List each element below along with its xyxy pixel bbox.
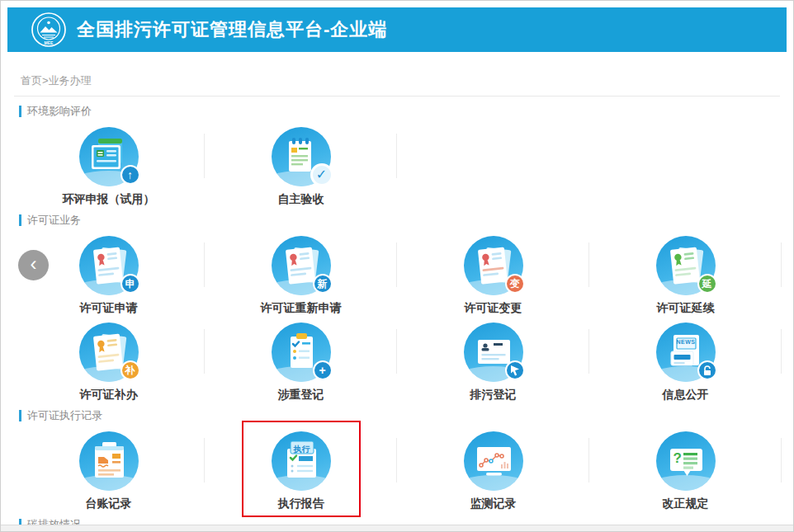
monitor-chart-art bbox=[464, 431, 523, 491]
section-title-carbon: 碳排放情况 bbox=[19, 518, 775, 525]
section-title-eia: 环境影响评价 bbox=[19, 105, 775, 118]
chevron-left-icon[interactable]: ‹ bbox=[18, 250, 49, 280]
grid-item-discharge-register[interactable]: 排污登记 bbox=[397, 322, 589, 401]
grid-exec-records: 台账记录 bbox=[12, 431, 782, 510]
notepad-check-icon: ✓ bbox=[272, 127, 331, 186]
unlock-badge-icon bbox=[697, 360, 717, 380]
exec-report-art bbox=[272, 431, 331, 491]
id-card-pointer-icon bbox=[464, 322, 523, 382]
item-label: 台账记录 bbox=[86, 497, 132, 510]
section-bar bbox=[19, 106, 21, 117]
grid-item-permit-reapply[interactable]: 新 许可证重新申请 bbox=[205, 236, 397, 314]
grid-item-monitoring-records[interactable]: 监测记录 bbox=[397, 431, 589, 510]
upload-badge-icon: ↑ bbox=[121, 165, 140, 185]
section-title-permit: 许可证业务 bbox=[19, 214, 775, 227]
check-badge-icon: ✓ bbox=[310, 163, 333, 186]
docs-upload-icon: ↑ bbox=[79, 127, 139, 186]
grid-item-ledger-records[interactable]: 台账记录 bbox=[12, 431, 205, 510]
logo-text: MEE bbox=[45, 40, 54, 45]
change-badge: 变 bbox=[505, 274, 525, 294]
section-bar bbox=[19, 519, 21, 525]
section-title-exec-records: 许可证执行记录 bbox=[19, 409, 775, 422]
replace-badge: 补 bbox=[121, 360, 140, 380]
item-label: 涉重登记 bbox=[278, 388, 324, 401]
grid-item-self-acceptance[interactable]: ✓ 自主验收 bbox=[205, 127, 397, 205]
grid-item-eia-declare[interactable]: ↑ 环评申报（试用） bbox=[12, 127, 205, 205]
item-label: 环评申报（试用） bbox=[63, 192, 155, 205]
reapply-badge: 新 bbox=[313, 274, 333, 294]
news-unlock-icon: NEWS bbox=[656, 322, 716, 382]
section-title-label: 碳排放情况 bbox=[27, 517, 81, 525]
item-label: 排污登记 bbox=[470, 388, 517, 401]
section-bar bbox=[19, 410, 21, 421]
clipboard-plus-icon: + bbox=[272, 322, 331, 382]
item-label: 许可证申请 bbox=[80, 301, 138, 314]
app-header: MEE 全国排污许可证管理信息平台-企业端 bbox=[7, 7, 787, 52]
section-bar bbox=[19, 214, 21, 226]
plus-badge-icon: + bbox=[313, 360, 333, 380]
app-window: MEE 全国排污许可证管理信息平台-企业端 首页>业务办理 环境影响评价 bbox=[0, 0, 794, 532]
sections-wrap: 环境影响评价 bbox=[7, 105, 787, 525]
item-label: 许可证延续 bbox=[657, 301, 715, 314]
ledger-art bbox=[79, 431, 139, 491]
certificate-icon: 延 bbox=[656, 236, 716, 295]
section-title-label: 许可证业务 bbox=[27, 213, 81, 228]
apply-badge: 申 bbox=[121, 274, 140, 294]
mee-emblem-icon: MEE bbox=[31, 12, 67, 48]
item-label: 许可证补办 bbox=[80, 388, 138, 401]
grid-item-info-disclosure[interactable]: NEWS 信息公开 bbox=[589, 322, 782, 401]
question-bubble-art bbox=[656, 431, 716, 491]
item-label: 自主验收 bbox=[278, 192, 324, 205]
certificate-icon: 补 bbox=[79, 322, 139, 382]
exec-report-icon: 执行 bbox=[272, 431, 331, 491]
section-title-label: 许可证执行记录 bbox=[27, 408, 102, 423]
main-content: 首页>业务办理 环境影响评价 bbox=[7, 52, 787, 525]
item-label: 信息公开 bbox=[663, 388, 709, 401]
section-title-label: 环境影响评价 bbox=[27, 104, 92, 119]
news-text: NEWS bbox=[677, 339, 696, 345]
item-label: 许可证重新申请 bbox=[261, 301, 342, 314]
pointer-badge-icon bbox=[505, 360, 525, 380]
grid-item-correction-rules[interactable]: ? 改正规定 bbox=[589, 431, 782, 510]
grid-item-permit-replace[interactable]: 补 许可证补办 bbox=[12, 322, 205, 401]
item-label: 许可证变更 bbox=[465, 301, 522, 314]
item-label: 改正规定 bbox=[663, 497, 709, 510]
item-label: 监测记录 bbox=[470, 497, 517, 510]
exec-tab-text: 执行 bbox=[291, 444, 314, 455]
grid-item-exec-report[interactable]: 执行 执行报告 bbox=[205, 431, 397, 510]
grid-item-permit-renew[interactable]: 延 许可证延续 bbox=[589, 236, 782, 314]
question-bubble-icon: ? bbox=[656, 431, 716, 491]
item-label: 执行报告 bbox=[278, 497, 324, 510]
page-panel: MEE 全国排污许可证管理信息平台-企业端 首页>业务办理 环境影响评价 bbox=[1, 1, 793, 525]
page-title: 全国排污许可证管理信息平台-企业端 bbox=[77, 17, 387, 42]
question-mark-text: ? bbox=[673, 450, 682, 467]
certificate-icon: 变 bbox=[464, 236, 523, 295]
monitor-chart-icon bbox=[464, 431, 523, 491]
renew-badge: 延 bbox=[697, 274, 717, 294]
grid-permit: 申 许可证申请 bbox=[12, 236, 782, 401]
certificate-icon: 申 bbox=[79, 236, 139, 295]
breadcrumb[interactable]: 首页>业务办理 bbox=[14, 52, 780, 97]
ledger-discharge-icon bbox=[79, 431, 139, 491]
certificate-icon: 新 bbox=[272, 236, 331, 295]
grid-item-heavy-metal-register[interactable]: + 涉重登记 bbox=[205, 322, 397, 401]
grid-eia: ↑ 环评申报（试用） bbox=[12, 127, 782, 205]
grid-item-permit-change[interactable]: 变 许可证变更 bbox=[397, 236, 589, 314]
